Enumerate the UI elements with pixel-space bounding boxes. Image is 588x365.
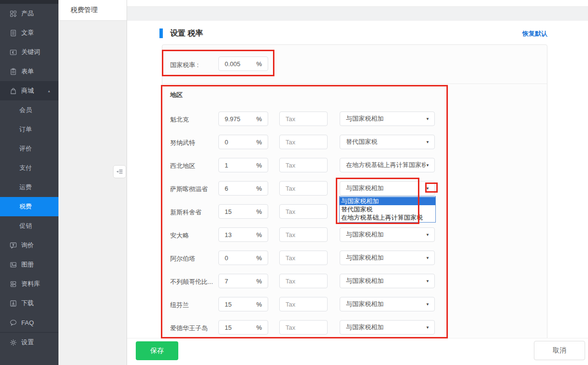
rate-inputbox: %: [218, 181, 268, 196]
main-content: 设置 税率 恢复默认 国家税率 : % 地区 魁北克%与国家税相加▼努纳武特%替…: [127, 0, 588, 365]
region-row-label: 不列颠哥伦比...: [170, 278, 219, 286]
tax-mode-select[interactable]: 与国家税相加▼: [340, 227, 435, 242]
percent-sign: %: [256, 139, 262, 146]
tax-mode-select[interactable]: 与国家税相加▼: [340, 274, 435, 288]
tax-mode-select[interactable]: 在地方税基础上再计算国家税▼: [340, 158, 435, 172]
sidebar-item-keywords[interactable]: 关键词: [0, 42, 58, 62]
rate-inputbox: %: [218, 274, 268, 288]
region-row-label: 萨斯喀彻温省: [170, 185, 219, 194]
rate-input[interactable]: [225, 139, 253, 146]
tax-mode-selected-value: 与国家税相加: [346, 184, 384, 193]
sidebar-item-label: 订单: [19, 125, 32, 134]
sidebar-item-promotion[interactable]: 促销: [0, 216, 58, 236]
percent-sign: %: [256, 162, 262, 169]
rate-input[interactable]: [225, 278, 253, 285]
collapse-panel-button[interactable]: [113, 165, 126, 178]
tax-name-input[interactable]: [286, 162, 314, 169]
national-tax-label: 国家税率 :: [170, 61, 199, 70]
title-accent-bar: [159, 28, 163, 38]
chevron-down-icon: ▼: [426, 279, 430, 283]
sidebar-item-label: 下载: [21, 299, 34, 308]
tax-mode-select[interactable]: 与国家税相加▼: [340, 251, 435, 265]
rate-inputbox: %: [218, 135, 268, 149]
rate-inputbox: %: [218, 297, 268, 311]
tax-name-input[interactable]: [286, 254, 314, 262]
tab-tax-management[interactable]: 税费管理: [58, 0, 127, 21]
rate-input[interactable]: [225, 324, 253, 331]
rate-input[interactable]: [225, 231, 253, 239]
sidebar-item-label: 设置: [21, 338, 34, 347]
rate-input[interactable]: [225, 301, 253, 308]
faq-icon: [9, 319, 17, 326]
sidebar-item-reviews[interactable]: 评价: [0, 139, 58, 158]
downloads-icon: [9, 299, 17, 307]
sidebar-item-label: 运费: [19, 183, 32, 192]
sidebar-item-shipping[interactable]: 运费: [0, 178, 58, 197]
sidebar-item-label: 促销: [19, 222, 32, 230]
tax-mode-select-open[interactable]: 与国家税相加▼: [340, 181, 435, 196]
dropdown-option[interactable]: 在地方税基础上再计算国家税: [340, 213, 435, 222]
chevron-down-icon: ▼: [426, 186, 430, 191]
albums-icon: [9, 261, 17, 268]
tax-name-inputbox: [279, 320, 328, 335]
region-row-label: 纽芬兰: [170, 301, 219, 309]
tax-name-input[interactable]: [286, 208, 314, 215]
sidebar-item-mall[interactable]: 商城▲: [0, 81, 58, 100]
rate-input[interactable]: [225, 185, 253, 192]
sidebar-item-label: 产品: [21, 9, 34, 18]
sidebar-item-inquiry[interactable]: 询价: [0, 236, 58, 255]
sidebar-item-label: 会员: [19, 106, 32, 114]
tax-name-input[interactable]: [286, 115, 314, 123]
chevron-down-icon: ▼: [426, 117, 430, 121]
chevron-down-icon: ▼: [426, 302, 430, 307]
sidebar-item-albums[interactable]: 图册: [0, 255, 58, 274]
national-tax-input[interactable]: [225, 60, 253, 68]
tax-name-input[interactable]: [286, 301, 314, 308]
tax-mode-select[interactable]: 与国家税相加▼: [340, 297, 435, 311]
sidebar-item-payment[interactable]: 支付: [0, 158, 58, 178]
articles-icon: [9, 29, 17, 37]
sidebar-item-articles[interactable]: 文章: [0, 23, 58, 42]
sidebar-item-products[interactable]: 产品: [0, 4, 58, 23]
rate-input[interactable]: [225, 162, 253, 169]
page-title: 设置 税率: [170, 28, 203, 38]
dropdown-option[interactable]: 与国家税相加: [340, 197, 435, 205]
tax-name-input[interactable]: [286, 185, 314, 192]
region-row-label: 努纳武特: [170, 139, 219, 147]
restore-default-link[interactable]: 恢复默认: [522, 29, 547, 38]
percent-sign: %: [256, 208, 262, 215]
tax-name-input[interactable]: [286, 278, 314, 285]
tax-name-input[interactable]: [286, 139, 314, 146]
dropdown-option[interactable]: 替代国家税: [340, 205, 435, 213]
save-button[interactable]: 保存: [136, 341, 178, 360]
region-row-label: 爱德华王子岛: [170, 324, 219, 333]
sidebar-item-orders[interactable]: 订单: [0, 120, 58, 139]
rate-input[interactable]: [225, 208, 253, 215]
percent-sign: %: [256, 60, 262, 68]
sidebar-item-forms[interactable]: 表单: [0, 62, 58, 81]
tax-name-input[interactable]: [286, 324, 314, 331]
sidebar-item-library[interactable]: 资料库: [0, 274, 58, 294]
chevron-down-icon: ▼: [426, 256, 430, 260]
rate-input[interactable]: [225, 115, 253, 123]
percent-sign: %: [256, 278, 262, 285]
mall-icon: [9, 87, 17, 95]
tax-name-inputbox: [279, 112, 328, 126]
sidebar-item-label: FAQ: [21, 319, 34, 326]
sidebar-item-tax[interactable]: 税费: [0, 197, 58, 216]
sidebar-item-label: 商城: [21, 86, 34, 95]
tax-mode-select[interactable]: 与国家税相加▼: [340, 320, 435, 335]
inquiry-icon: [9, 241, 17, 249]
sidebar-item-downloads[interactable]: 下载: [0, 294, 58, 313]
tax-mode-select[interactable]: 替代国家税▼: [340, 135, 435, 149]
tax-mode-selected-value: 与国家税相加: [346, 253, 384, 262]
sidebar-item-settings[interactable]: 设置: [0, 333, 58, 352]
rate-input[interactable]: [225, 254, 253, 262]
sidebar-item-members[interactable]: 会员: [0, 100, 58, 120]
tax-mode-select[interactable]: 与国家税相加▼: [340, 112, 435, 126]
sidebar-item-faq[interactable]: FAQ: [0, 313, 58, 332]
tax-name-inputbox: [279, 135, 328, 149]
tax-mode-selected-value: 与国家税相加: [346, 300, 384, 309]
tax-name-input[interactable]: [286, 231, 314, 239]
cancel-button[interactable]: 取消: [534, 341, 585, 360]
